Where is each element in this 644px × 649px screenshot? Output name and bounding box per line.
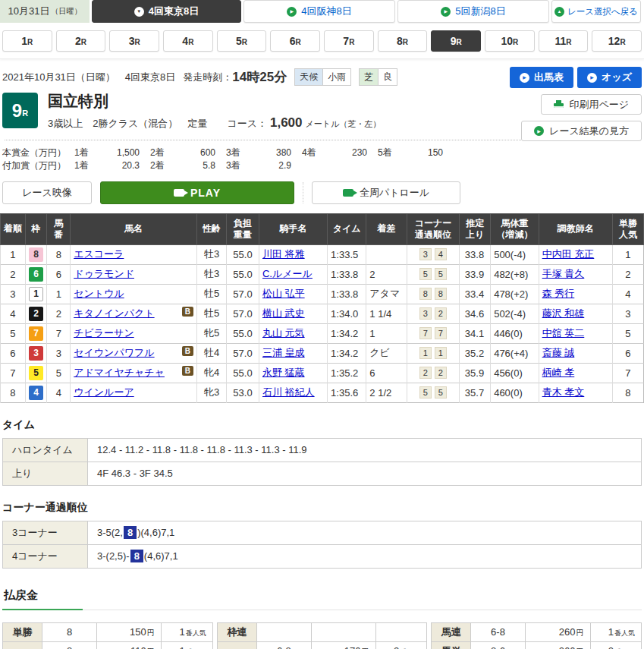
jockey-link[interactable]: 川田 将雅 (262, 248, 305, 260)
horse-link[interactable]: セントウル (74, 288, 124, 299)
jockey-link[interactable]: 石川 裕紀人 (262, 386, 315, 398)
race-tab-12r[interactable]: 12R (592, 30, 642, 52)
race-number-badge: 9 R (2, 93, 38, 128)
start-time: 14時25分 (232, 68, 287, 86)
jockey-link[interactable]: 松山 弘平 (262, 288, 305, 299)
bet-type-label: 単勝 (3, 623, 42, 642)
day-tab-hanshin[interactable]: ▶ 4回阪神8日 (243, 0, 395, 23)
margin (366, 244, 407, 264)
blinkers-badge: B (182, 346, 193, 356)
odds-button[interactable]: ▶ オッズ (577, 67, 642, 88)
umaren-row: 馬連 6-8 260円 1番人気 (432, 623, 641, 642)
margin: クビ (366, 343, 407, 363)
trainer-link[interactable]: 藤沢 和雄 (542, 307, 585, 319)
current-date: 10月31日 （日曜） (0, 0, 90, 23)
header-actions: ▶ 出馬表 ▶ オッズ 印刷用ページ ▶ レース結果の見方 (510, 67, 642, 141)
trainer-link[interactable]: 柄崎 孝 (542, 367, 575, 378)
finish-time: 1:34.2 (328, 323, 366, 343)
carried-weight: 55.0 (226, 323, 259, 343)
back-to-race-select-button[interactable]: ▲ レース選択へ戻る (551, 0, 641, 23)
finish-position: 2 (1, 264, 26, 284)
sex-age: 牡5 (197, 304, 227, 323)
day-selector-bar: 10月31日 （日曜） ▼ 4回東京8日 ▶ 4回阪神8日 ▶ 5回新潟8日 ▲… (0, 0, 644, 23)
finish-position: 3 (1, 284, 26, 304)
trainer-link[interactable]: 中内田 充正 (542, 248, 595, 260)
jockey-link[interactable]: 丸山 元気 (262, 327, 305, 339)
last-3f: 34.6 (460, 304, 491, 323)
race-tab-3r[interactable]: 3R (109, 30, 159, 52)
frame-badge: 8 (29, 247, 43, 262)
final-times-row: 上り 4F 46.3 - 3F 34.5 (3, 462, 642, 485)
play-button[interactable]: PLAY (100, 181, 294, 204)
trainer-link[interactable]: 斎藤 誠 (542, 347, 575, 358)
finish-position: 5 (1, 323, 26, 343)
results-table: 着順 枠 馬 番 馬名 性齢 負担 重量 騎手名 タイム 着差 コーナー 通過順… (0, 213, 644, 403)
chevron-right-icon: ▶ (587, 73, 597, 83)
day-tab-label: 5回新潟8日 (455, 5, 505, 18)
blinkers-badge: B (182, 307, 193, 317)
bet-type-label: 複勝 (3, 642, 42, 649)
horse-link[interactable]: チビラーサン (74, 327, 134, 339)
divider (303, 182, 303, 203)
ninki-unit: 番人気 (186, 629, 206, 637)
race-tab-8r[interactable]: 8R (378, 30, 428, 52)
jockey-link[interactable]: 三浦 皇成 (262, 347, 305, 358)
chevron-right-icon: ▶ (287, 7, 297, 17)
jockey-link[interactable]: 横山 武史 (262, 307, 305, 319)
trainer-link[interactable]: 手塚 貴久 (542, 268, 585, 279)
horse-link[interactable]: ウインルーア (74, 386, 134, 398)
horse-link[interactable]: エスコーラ (74, 248, 124, 260)
print-page-button[interactable]: 印刷用ページ (541, 94, 642, 115)
last-3f: 35.2 (460, 343, 491, 363)
race-tab-6r[interactable]: 6R (270, 30, 320, 52)
win-favorite-rank: 2 (612, 264, 643, 284)
horse-link[interactable]: ドゥラモンド (74, 268, 134, 279)
corner-positions: 88 (407, 284, 460, 304)
fukusho-row: 複勝 8 110円 1番人気 (3, 642, 212, 649)
jockey-link[interactable]: 永野 猛蔵 (262, 367, 305, 378)
carried-weight: 57.0 (226, 304, 259, 323)
race-tab-7r[interactable]: 7R (324, 30, 374, 52)
prize-money: 本賞金（万円） 1着1,500 2着600 3着380 4着230 5着150 … (0, 140, 644, 173)
day-tab-tokyo[interactable]: ▼ 4回東京8日 (92, 0, 241, 23)
day-tab-niigata[interactable]: ▶ 5回新潟8日 (397, 0, 549, 23)
corner-positions: 22 (407, 363, 460, 383)
entries-button[interactable]: ▶ 出馬表 (510, 67, 573, 88)
chevron-right-icon: ▶ (441, 7, 451, 17)
sex-age: 牡3 (197, 264, 227, 284)
horse-link[interactable]: アドマイヤチャチャ (74, 367, 165, 378)
race-tab-5r[interactable]: 5R (217, 30, 267, 52)
patrol-video-button[interactable]: 全周パトロール (312, 181, 460, 204)
prize-added-row: 付加賞（万円） 1着20.3 2着5.8 3着2.9 (2, 159, 642, 172)
back-label: レース選択へ戻る (567, 6, 638, 17)
race-tab-9r[interactable]: 9R (431, 30, 481, 52)
popularity: 1番人気 (161, 623, 212, 642)
race-video-label[interactable]: レース映像 (2, 181, 92, 204)
sex-age: 牡3 (197, 244, 227, 264)
payout-table-left: 単勝 8 150円 1番人気 複勝 8 110円 1番人気 6 120円 3番人… (2, 622, 213, 649)
trainer-link[interactable]: 中舘 英二 (542, 327, 585, 339)
frame-badge: 2 (29, 307, 43, 321)
corner3-row: 3コーナー 3-5(2,8)(4,6)7,1 (3, 521, 642, 544)
how-to-read-results-button[interactable]: ▶ レース結果の見方 (521, 121, 642, 141)
day-tab-label: 4回阪神8日 (301, 5, 351, 18)
trainer-link[interactable]: 森 秀行 (542, 288, 575, 299)
race-tab-1r[interactable]: 1R (2, 30, 52, 52)
carried-weight: 57.0 (226, 284, 259, 304)
trainer-link[interactable]: 青木 孝文 (542, 386, 585, 398)
race-title: 国立特別 (48, 93, 381, 110)
horse-link[interactable]: キタノインパクト (74, 307, 154, 319)
frame-badge: 6 (29, 267, 43, 282)
race-tab-11r[interactable]: 11R (539, 30, 589, 52)
finish-time: 1:35.6 (328, 383, 366, 402)
chevron-up-icon: ▲ (554, 7, 564, 17)
race-tab-4r[interactable]: 4R (163, 30, 213, 52)
race-tab-10r[interactable]: 10R (485, 30, 535, 52)
margin: 6 (366, 363, 407, 383)
race-tab-2r[interactable]: 2R (56, 30, 106, 52)
horse-link[interactable]: セイウンパワフル (74, 347, 154, 358)
popularity: 2番人気 (375, 642, 427, 649)
printer-icon (554, 100, 564, 109)
jockey-link[interactable]: C.ルメール (262, 268, 313, 279)
finish-time: 1:33.8 (328, 284, 366, 304)
